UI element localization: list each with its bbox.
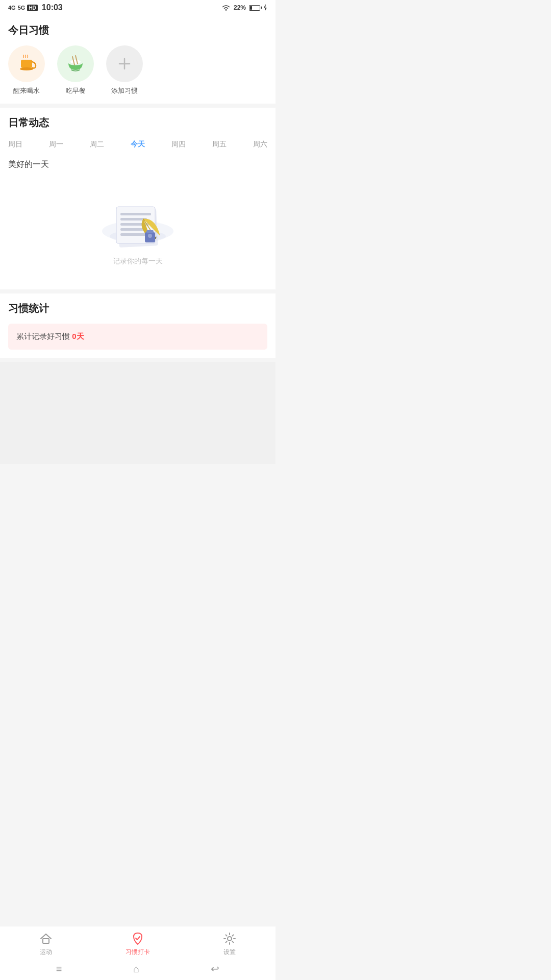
today-habits-section: 今日习惯 醒来喝水 [0,15,276,104]
habit-icon-breakfast [57,45,94,82]
weekdays-row: 周日 周一 周二 今天 周四 周五 周六 [8,138,267,151]
habit-item-breakfast[interactable]: 吃早餐 [57,45,94,95]
day-greeting: 美好的一天 [8,159,267,170]
weekday-sun[interactable]: 周日 [8,138,22,151]
svg-point-1 [20,67,33,70]
stats-count: 0天 [72,332,84,340]
hd-badge: HD [27,5,37,11]
habit-label-add: 添加习惯 [111,86,138,95]
daily-dynamics-section: 日常动态 周日 周一 周二 今天 周四 周五 周六 美好的一天 [0,108,276,289]
habit-icon-add [106,45,143,82]
filler-area [0,362,276,464]
habit-stats-title: 习惯统计 [8,302,267,315]
svg-point-3 [70,60,81,64]
stats-banner: 累计记录好习惯 0天 [8,324,267,350]
habit-label-breakfast: 吃早餐 [66,86,86,95]
weekday-tue[interactable]: 周二 [90,138,104,151]
time-display: 10:03 [42,3,63,12]
wifi-icon [221,4,231,11]
empty-text: 记录你的每一天 [113,257,163,266]
svg-point-21 [148,234,152,238]
network-4g: 4G [8,5,16,11]
svg-rect-0 [21,60,32,68]
network-5g: 5G [18,5,26,11]
empty-illustration [97,190,179,257]
weekday-thu[interactable]: 周四 [171,138,186,151]
today-habits-title: 今日习惯 [8,23,267,37]
status-left: 4G 5G HD 10:03 [8,3,63,12]
stats-banner-text: 累计记录好习惯 [16,332,70,340]
habits-row: 醒来喝水 吃早餐 [8,45,267,95]
svg-rect-17 [120,233,146,236]
daily-dynamics-title: 日常动态 [8,116,267,130]
weekday-today[interactable]: 今天 [131,138,145,151]
habit-label-drink-water: 醒来喝水 [13,86,40,95]
habit-item-drink-water[interactable]: 醒来喝水 [8,45,45,95]
weekday-mon[interactable]: 周一 [49,138,63,151]
habit-stats-section: 习惯统计 累计记录好习惯 0天 [0,293,276,358]
charging-icon [263,4,267,11]
empty-state: 记录你的每一天 [8,180,267,281]
weekday-sat[interactable]: 周六 [253,138,267,151]
battery-icon [249,5,260,11]
battery-percent: 22% [234,4,246,11]
status-bar: 4G 5G HD 10:03 22% [0,0,276,15]
habit-icon-drink-water [8,45,45,82]
svg-rect-20 [146,230,154,233]
weekday-fri[interactable]: 周五 [212,138,227,151]
svg-rect-13 [120,213,151,215]
status-right: 22% [221,4,267,11]
svg-rect-16 [120,228,143,231]
habit-item-add[interactable]: 添加习惯 [106,45,143,95]
